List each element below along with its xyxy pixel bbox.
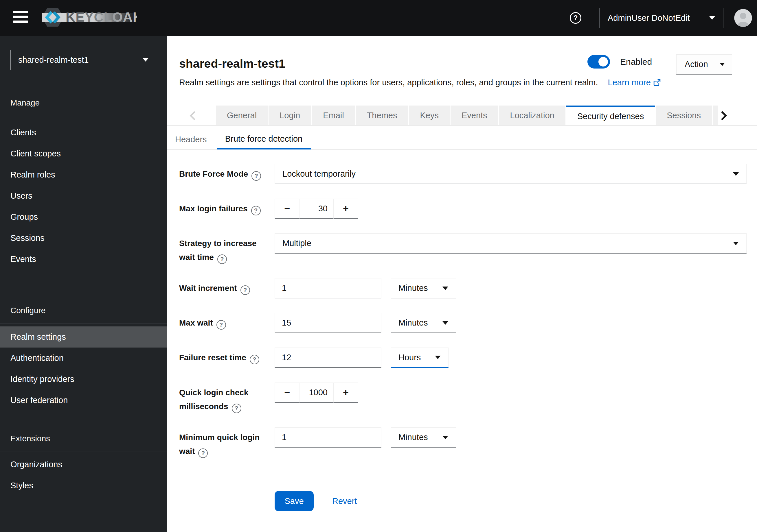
tab-sessions[interactable]: Sessions [656, 105, 712, 126]
hamburger-menu-icon[interactable] [13, 11, 28, 23]
sidebar-item-groups[interactable]: Groups [0, 207, 167, 228]
help-icon[interactable]: ? [570, 12, 581, 24]
wait-increment-input[interactable] [275, 278, 381, 298]
field-row-min-quick-login-wait: Minimum quick login wait? Minutes [179, 427, 456, 458]
tabs-scroll-right-button[interactable] [715, 105, 732, 126]
sidebar-item-authentication[interactable]: Authentication [0, 348, 167, 369]
chevron-down-icon [143, 58, 148, 62]
field-row-strategy: Strategy to increase wait time? Multiple [179, 233, 746, 264]
brute-force-mode-select[interactable]: Lockout temporarily [275, 164, 746, 184]
min-quick-login-wait-unit-select[interactable]: Minutes [391, 427, 456, 448]
save-button[interactable]: Save [275, 491, 314, 511]
sidebar-item-realm-settings[interactable]: Realm settings [0, 326, 167, 348]
tabbar-border [167, 125, 757, 126]
help-icon[interactable]: ? [217, 254, 227, 264]
chevron-down-icon [709, 16, 715, 20]
field-row-max-wait: Max wait? Minutes [179, 313, 456, 333]
tab-keys[interactable]: Keys [409, 105, 449, 126]
max-login-failures-label: Max login failures [179, 204, 248, 213]
chevron-left-icon [189, 110, 197, 122]
action-dropdown[interactable]: Action [676, 54, 732, 74]
avatar[interactable] [734, 9, 752, 27]
sidebar-item-clients[interactable]: Clients [0, 122, 167, 143]
min-quick-login-wait-input[interactable] [275, 427, 381, 448]
tab-localization[interactable]: Localization [499, 105, 565, 126]
help-icon[interactable]: ? [232, 404, 241, 413]
subtab-headers[interactable]: Headers [167, 129, 215, 150]
chevron-right-icon [720, 110, 727, 122]
minus-button[interactable]: − [275, 199, 300, 219]
chevron-down-icon [442, 436, 448, 439]
max-wait-label: Max wait [179, 318, 213, 327]
user-menu-dropdown[interactable]: AdminUser DoNotEdit [599, 8, 723, 28]
nav-section-manage: Manage [0, 89, 167, 116]
wait-increment-unit-select[interactable]: Minutes [391, 278, 456, 298]
help-icon[interactable]: ? [252, 171, 261, 181]
chevron-down-icon [733, 172, 739, 176]
failure-reset-time-input[interactable] [275, 348, 381, 368]
main-content: shared-realm-test1 Enabled Action Realm … [167, 36, 757, 532]
sidebar-item-styles[interactable]: Styles [0, 475, 167, 496]
user-menu-label: AdminUser DoNotEdit [608, 13, 690, 23]
tab-themes[interactable]: Themes [356, 105, 408, 126]
sidebar-item-organizations[interactable]: Organizations [0, 454, 167, 475]
security-defenses-subtabs: Headers Brute force detection [167, 129, 312, 150]
chevron-down-icon [435, 356, 441, 359]
nav-list-configure: Realm settings Authentication Identity p… [0, 324, 167, 411]
max-login-failures-input[interactable] [299, 199, 334, 219]
tab-login[interactable]: Login [268, 105, 311, 126]
help-icon[interactable]: ? [217, 320, 226, 330]
tab-general[interactable]: General [216, 105, 268, 126]
plus-button[interactable]: + [333, 199, 358, 219]
quick-login-check-stepper: − + [275, 382, 358, 403]
sidebar-item-events[interactable]: Events [0, 249, 167, 270]
sidebar-item-user-federation[interactable]: User federation [0, 390, 167, 411]
nav-list-extensions: Organizations Styles [0, 452, 167, 496]
subtab-brute-force-detection[interactable]: Brute force detection [217, 129, 311, 150]
plus-button[interactable]: + [333, 382, 358, 403]
chevron-down-icon [733, 242, 739, 245]
strategy-select[interactable]: Multiple [275, 233, 746, 254]
brute-force-mode-label: Brute Force Mode [179, 169, 248, 179]
tab-security-defenses[interactable]: Security defenses [566, 105, 655, 126]
realm-selector[interactable]: shared-realm-test1 [11, 50, 156, 70]
help-icon[interactable]: ? [240, 285, 250, 295]
help-icon[interactable]: ? [198, 448, 208, 458]
wait-increment-label: Wait increment [179, 284, 237, 293]
field-row-failure-reset-time: Failure reset time? Hours [179, 348, 448, 368]
sidebar-item-realm-roles[interactable]: Realm roles [0, 164, 167, 185]
field-row-wait-increment: Wait increment? Minutes [179, 278, 456, 298]
page-description: Realm settings are settings that control… [179, 78, 598, 87]
form-actions: Save Revert [275, 491, 357, 511]
enabled-toggle[interactable] [588, 55, 610, 69]
tabs-scroll-left-button[interactable] [184, 105, 201, 126]
action-dropdown-label: Action [685, 60, 708, 69]
sidebar-item-identity-providers[interactable]: Identity providers [0, 369, 167, 390]
masthead: KEYCLOAK ? AdminUser DoNotEdit [0, 0, 757, 36]
external-link-icon [653, 79, 661, 86]
failure-reset-time-label: Failure reset time [179, 353, 246, 362]
revert-link[interactable]: Revert [332, 496, 357, 506]
realm-selector-value: shared-realm-test1 [18, 55, 89, 65]
learn-more-link[interactable]: Learn more [608, 78, 661, 87]
tab-events[interactable]: Events [451, 105, 498, 126]
field-row-max-login-failures: Max login failures? − + [179, 199, 358, 219]
chevron-down-icon [720, 63, 725, 66]
max-wait-unit-select[interactable]: Minutes [391, 313, 456, 333]
sidebar-item-users[interactable]: Users [0, 185, 167, 207]
quick-login-check-input[interactable] [299, 382, 334, 403]
field-row-quick-login-check: Quick login check milliseconds? − + [179, 382, 358, 413]
chevron-down-icon [442, 321, 448, 325]
help-icon[interactable]: ? [250, 355, 259, 364]
sidebar-item-sessions[interactable]: Sessions [0, 228, 167, 249]
minus-button[interactable]: − [275, 382, 300, 403]
sidebar-item-client-scopes[interactable]: Client scopes [0, 143, 167, 164]
chevron-down-icon [442, 287, 448, 290]
help-icon[interactable]: ? [251, 206, 261, 215]
max-login-failures-stepper: − + [275, 199, 358, 219]
tab-email[interactable]: Email [312, 105, 355, 126]
max-wait-input[interactable] [275, 313, 381, 333]
enabled-label: Enabled [620, 57, 652, 67]
failure-reset-time-unit-select[interactable]: Hours [391, 348, 448, 368]
min-quick-login-wait-label: Minimum quick login wait [179, 433, 259, 456]
